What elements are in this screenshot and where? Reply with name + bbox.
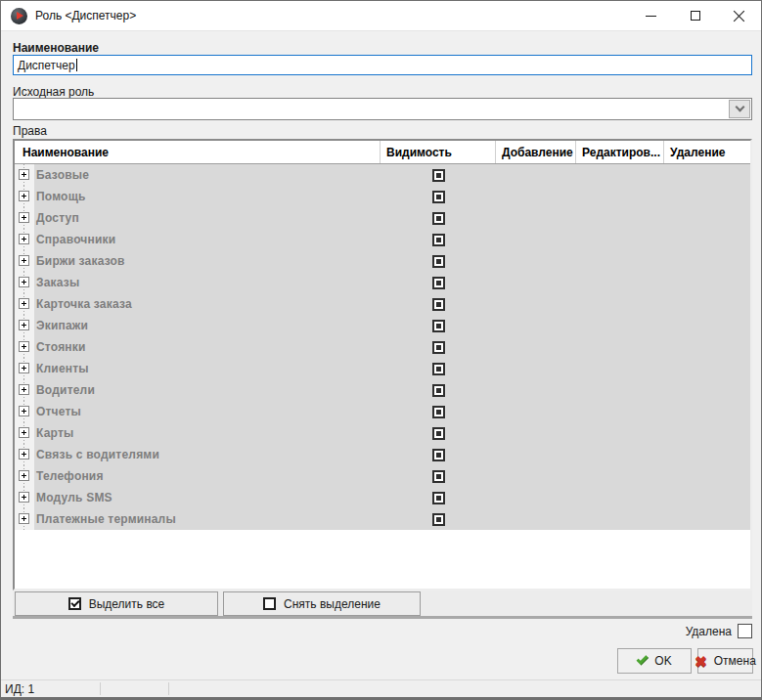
deletion-cell[interactable] [664,186,750,207]
visibility-checkbox-filled-icon[interactable] [432,449,445,461]
minimize-button[interactable] [629,1,673,31]
visibility-cell[interactable] [381,358,496,379]
table-row[interactable]: Водители [15,379,750,401]
visibility-checkbox-filled-icon[interactable] [432,341,445,354]
editing-cell[interactable] [576,164,664,186]
table-row[interactable]: Базовые [15,164,750,186]
visibility-checkbox-filled-icon[interactable] [432,169,445,182]
deletion-cell[interactable] [664,207,750,229]
editing-cell[interactable] [576,487,664,508]
visibility-checkbox-filled-icon[interactable] [432,255,445,268]
maximize-button[interactable] [673,1,717,31]
expand-plus-icon[interactable] [19,513,29,524]
deletion-cell[interactable] [664,401,750,422]
table-row[interactable]: Отчеты [15,401,750,422]
expand-plus-icon[interactable] [19,169,29,180]
visibility-checkbox-filled-icon[interactable] [432,427,445,440]
expand-plus-icon[interactable] [19,341,29,352]
visibility-cell[interactable] [381,293,496,315]
close-button[interactable] [717,1,761,31]
adding-cell[interactable] [496,487,576,508]
expand-plus-icon[interactable] [19,212,29,223]
visibility-cell[interactable] [381,444,496,465]
table-row[interactable]: Заказы [15,272,750,293]
table-row[interactable]: Карточка заказа [15,293,750,315]
visibility-cell[interactable] [381,229,496,250]
deletion-cell[interactable] [664,487,750,508]
editing-cell[interactable] [576,293,664,315]
visibility-checkbox-filled-icon[interactable] [432,492,445,504]
adding-cell[interactable] [496,422,576,444]
adding-cell[interactable] [496,379,576,401]
visibility-checkbox-filled-icon[interactable] [432,212,445,225]
deletion-cell[interactable] [664,508,750,530]
deletion-cell[interactable] [664,293,750,315]
adding-cell[interactable] [496,164,576,186]
source-role-combobox[interactable] [13,98,752,120]
expand-plus-icon[interactable] [19,363,29,373]
editing-cell[interactable] [576,186,664,207]
table-row[interactable]: Телефония [15,465,750,487]
visibility-cell[interactable] [381,508,496,530]
clear-selection-button[interactable]: Снять выделение [223,591,421,616]
visibility-cell[interactable] [381,272,496,293]
table-row[interactable]: Стоянки [15,336,750,358]
visibility-checkbox-filled-icon[interactable] [432,384,445,397]
deletion-cell[interactable] [664,315,750,336]
expand-plus-icon[interactable] [19,255,29,266]
deletion-cell[interactable] [664,358,750,379]
table-row[interactable]: Модуль SMS [15,487,750,508]
expand-plus-icon[interactable] [19,277,29,287]
adding-cell[interactable] [496,315,576,336]
deleted-checkbox[interactable] [738,624,752,638]
combobox-dropdown-button[interactable] [729,100,750,118]
table-row[interactable]: Клиенты [15,358,750,379]
adding-cell[interactable] [496,358,576,379]
visibility-checkbox-filled-icon[interactable] [432,470,445,483]
adding-cell[interactable] [496,250,576,272]
editing-cell[interactable] [576,358,664,379]
adding-cell[interactable] [496,272,576,293]
cancel-button[interactable]: ✖ Отмена [697,648,753,674]
adding-cell[interactable] [496,207,576,229]
visibility-checkbox-filled-icon[interactable] [432,406,445,418]
visibility-checkbox-filled-icon[interactable] [432,363,445,375]
editing-cell[interactable] [576,315,664,336]
adding-cell[interactable] [496,508,576,530]
deletion-cell[interactable] [664,336,750,358]
deletion-cell[interactable] [664,272,750,293]
adding-cell[interactable] [496,465,576,487]
adding-cell[interactable] [496,186,576,207]
visibility-checkbox-filled-icon[interactable] [432,513,445,526]
expand-plus-icon[interactable] [19,427,29,438]
editing-cell[interactable] [576,250,664,272]
visibility-cell[interactable] [381,207,496,229]
visibility-cell[interactable] [381,250,496,272]
ok-button[interactable]: OK [617,648,692,674]
deletion-cell[interactable] [664,164,750,186]
editing-cell[interactable] [576,465,664,487]
expand-plus-icon[interactable] [19,492,29,503]
visibility-cell[interactable] [381,336,496,358]
name-input[interactable]: Диспетчер [13,55,752,75]
editing-cell[interactable] [576,272,664,293]
adding-cell[interactable] [496,293,576,315]
visibility-checkbox-filled-icon[interactable] [432,234,445,246]
visibility-cell[interactable] [381,422,496,444]
editing-cell[interactable] [576,229,664,250]
expand-plus-icon[interactable] [19,406,29,416]
visibility-checkbox-filled-icon[interactable] [432,298,445,311]
editing-cell[interactable] [576,401,664,422]
column-header-visibility[interactable]: Видимость [381,141,496,163]
deletion-cell[interactable] [664,250,750,272]
adding-cell[interactable] [496,336,576,358]
adding-cell[interactable] [496,229,576,250]
editing-cell[interactable] [576,379,664,401]
column-header-deletion[interactable]: Удаление [664,141,750,163]
expand-plus-icon[interactable] [19,320,29,330]
table-row[interactable]: Помощь [15,186,750,207]
table-row[interactable]: Платежные терминалы [15,508,750,530]
table-row[interactable]: Справочники [15,229,750,250]
expand-plus-icon[interactable] [19,470,29,481]
visibility-cell[interactable] [381,487,496,508]
